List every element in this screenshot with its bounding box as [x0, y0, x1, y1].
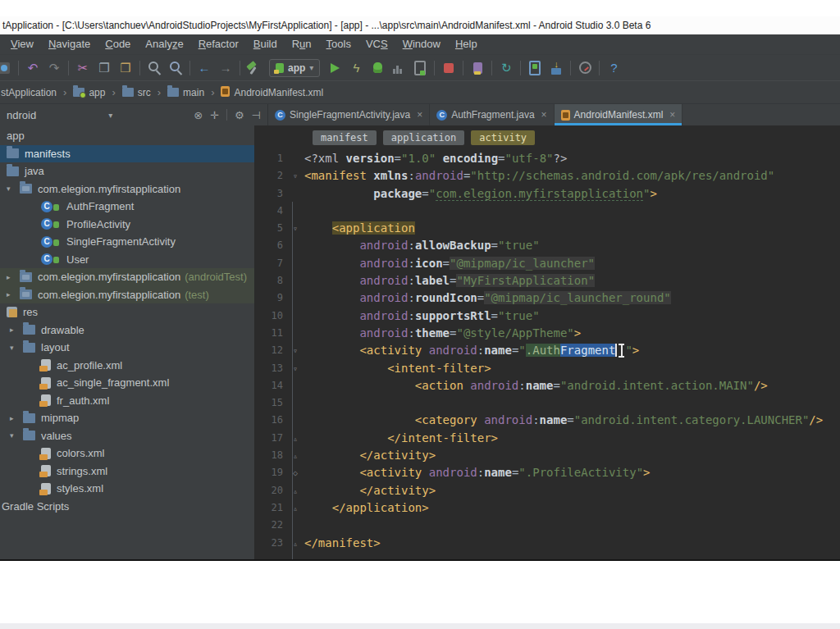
menu-item-run[interactable]: Run [285, 34, 319, 54]
attach-debugger-icon[interactable] [410, 59, 430, 77]
toolbar-separator [189, 61, 190, 75]
menu-item-help[interactable]: Help [448, 34, 485, 54]
tree-item[interactable]: ▾values [0, 427, 254, 445]
xml-icon [41, 483, 51, 495]
tree-item[interactable]: ▸drawable [0, 321, 254, 340]
sdk-manager-icon[interactable] [546, 59, 566, 77]
editor-pane[interactable]: manifestapplicationactivity 1<?xml versi… [254, 125, 840, 559]
stop-icon[interactable] [439, 59, 459, 77]
line-number: 22 [255, 517, 286, 534]
run-config-combo[interactable]: app▾ [269, 59, 320, 77]
breadcrumb-chip-activity[interactable]: activity [471, 130, 535, 145]
fold-marker-icon: ▵ [286, 535, 304, 552]
project-tool-window-header: ndroid ▾ ⊗✛⚙⊣ [0, 104, 268, 125]
apply-changes-icon[interactable]: ϟ [346, 59, 366, 77]
undo-icon[interactable]: ↶ [23, 59, 43, 77]
collapse-all-icon[interactable]: ⊗ [194, 109, 203, 121]
project-tree[interactable]: appmanifestsjava▾com.elegion.myfirstappl… [0, 125, 254, 559]
cut-icon[interactable]: ✂ [73, 59, 93, 77]
manifest-file-icon [561, 110, 570, 121]
hide-panel-icon[interactable]: ⊣ [252, 109, 261, 121]
tree-item[interactable]: ProfileActivity [0, 216, 254, 234]
menu-item-tools[interactable]: Tools [319, 34, 358, 54]
back-icon[interactable]: ← [194, 59, 214, 77]
code-area[interactable]: 1<?xml version="1.0" encoding="utf-8"?>2… [255, 150, 840, 552]
tree-item[interactable]: styles.xml [0, 480, 254, 498]
profile-icon[interactable] [389, 59, 409, 77]
settings-icon[interactable]: ⚙ [235, 109, 244, 121]
tree-item[interactable]: ▸com.elegion.myfirstapplication(androidT… [0, 268, 254, 286]
android-profiler-icon[interactable] [468, 59, 487, 77]
tree-item[interactable]: SingleFragmentActivity [0, 233, 254, 251]
tree-item[interactable]: AuthFragment [0, 198, 254, 216]
paste-icon[interactable]: ❒ [116, 59, 135, 77]
replace-icon[interactable] [166, 59, 185, 77]
breadcrumb-chip-manifest[interactable]: manifest [313, 130, 377, 145]
tree-item[interactable]: manifests [0, 145, 254, 163]
chevron-down-icon: ▾ [10, 431, 23, 440]
chevron-down-icon[interactable]: ▾ [108, 111, 112, 120]
menu-item-code[interactable]: Code [98, 34, 138, 54]
tree-item[interactable]: ▾layout [0, 339, 254, 357]
find-icon[interactable] [144, 59, 164, 77]
help-icon[interactable]: ? [604, 59, 623, 77]
line-number: 19 [255, 464, 286, 481]
copy-icon[interactable]: ❐ [94, 59, 114, 77]
tree-item[interactable]: strings.xml [0, 463, 254, 481]
device-icon [276, 63, 284, 73]
tree-item[interactable]: ▾com.elegion.myfirstapplication [0, 180, 254, 198]
tree-item[interactable]: app [0, 127, 254, 145]
tree-item[interactable]: ▸mipmap [0, 409, 254, 427]
tree-item[interactable]: colors.xml [0, 444, 254, 463]
tab-androidmanifest-xml[interactable]: AndroidManifest.xml× [555, 104, 683, 125]
breadcrumb-item[interactable]: main [151, 86, 204, 98]
avd-manager-icon[interactable] [525, 59, 545, 77]
debug-icon[interactable] [368, 59, 387, 77]
open-icon[interactable] [0, 59, 14, 77]
xml-icon [41, 448, 51, 459]
window-title: tApplication - [C:\Users\tanchuev\Androi… [0, 16, 840, 34]
menu-item-window[interactable]: Window [395, 34, 448, 54]
run-icon[interactable] [325, 59, 345, 77]
build-icon[interactable] [244, 59, 264, 77]
folder-icon [23, 413, 35, 423]
editor-tabs: SingleFragmentActivity.java×AuthFragment… [268, 104, 840, 125]
fold-marker-icon: ▵ [286, 447, 304, 464]
tree-item[interactable]: ▸com.elegion.myfirstapplication(test) [0, 286, 254, 304]
menu-item-navigate[interactable]: Navigate [41, 34, 98, 54]
scroll-from-source-icon[interactable]: ✛ [210, 109, 219, 121]
breadcrumb-item[interactable]: app [57, 86, 105, 98]
code-line: 1<?xml version="1.0" encoding="utf-8"?> [255, 150, 840, 167]
menu-item-refactor[interactable]: Refactor [191, 34, 246, 54]
breadcrumb-chip-application[interactable]: application [383, 130, 464, 145]
breadcrumb-item[interactable]: AndroidManifest.xml [204, 86, 323, 98]
menu-item-vcs[interactable]: VCS [358, 34, 395, 54]
tree-item[interactable]: java [0, 162, 254, 180]
tree-item[interactable]: ac_single_fragment.xml [0, 374, 254, 392]
breadcrumb-item[interactable]: stApplication [1, 87, 57, 98]
sync-project-icon[interactable]: ↻ [496, 59, 516, 77]
tab-authfragment-java[interactable]: AuthFragment.java× [430, 104, 554, 125]
close-icon[interactable]: × [417, 109, 422, 121]
tree-item[interactable]: fr_auth.xml [0, 392, 254, 410]
fold-marker-icon: ▵ [286, 499, 304, 517]
menu-item-view[interactable]: View [3, 34, 41, 54]
close-icon[interactable]: × [669, 109, 675, 121]
code-line: 23▵</manifest> [255, 535, 840, 552]
code-line: 11 android:theme="@style/AppTheme"> [255, 325, 840, 342]
device-monitor-icon[interactable] [575, 59, 595, 77]
close-icon[interactable]: × [541, 109, 547, 121]
tree-item[interactable]: ac_profile.xml [0, 357, 254, 375]
project-view-selector[interactable]: ndroid [7, 109, 36, 121]
breadcrumb-item[interactable]: src [105, 86, 150, 98]
tab-singlefragmentactivity-java[interactable]: SingleFragmentActivity.java× [268, 104, 430, 125]
menu-item-build[interactable]: Build [246, 34, 285, 54]
tree-item[interactable]: res [0, 303, 254, 321]
code-line: 8 android:label="MyFirstApplication" [255, 272, 840, 289]
tree-item[interactable]: Gradle Scripts [0, 498, 254, 516]
tree-item[interactable]: User [0, 251, 254, 269]
redo-icon[interactable]: ↷ [44, 59, 64, 77]
toolbar: ↶↷✂❐❒←→app▾ϟ↻? [0, 55, 840, 80]
menu-item-analyze[interactable]: Analyze [138, 34, 190, 54]
forward-icon[interactable]: → [216, 59, 235, 77]
